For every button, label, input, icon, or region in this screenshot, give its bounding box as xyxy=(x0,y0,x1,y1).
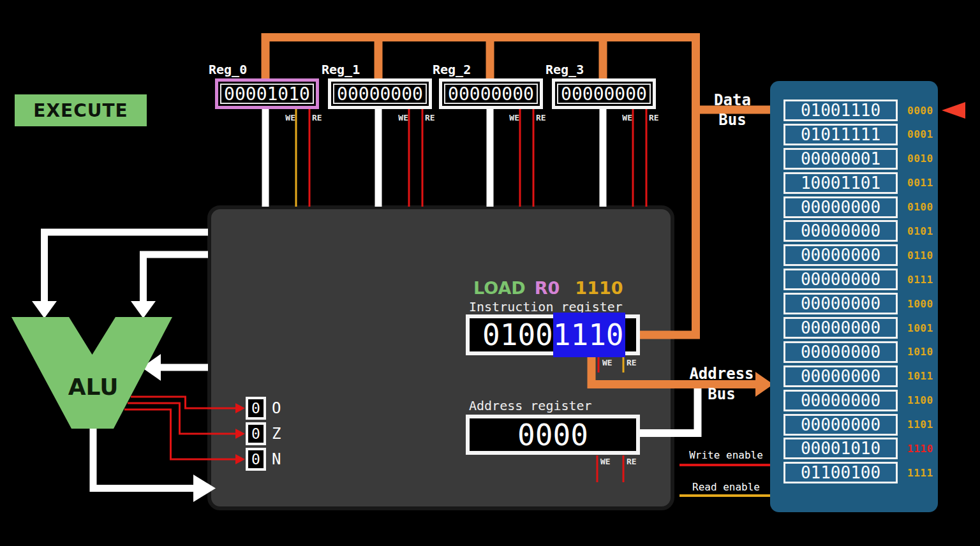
flag-zero: 0 Z xyxy=(246,422,281,445)
memory-panel: 01001110 0000 01011111 0001 00000001 001… xyxy=(770,81,938,512)
memory-row: 00000000 1010 xyxy=(783,341,937,363)
register-reg2: Reg_2 00000000 WE RE xyxy=(439,62,543,109)
ar-we-label: WE xyxy=(600,457,611,466)
memory-row: 00000000 1011 xyxy=(783,365,937,387)
memory-cell-value[interactable]: 00000000 xyxy=(783,317,898,339)
memory-cell-value[interactable]: 01011111 xyxy=(783,124,898,145)
reg3-value-box[interactable]: 00000000 xyxy=(552,78,656,109)
memory-address: 0000 xyxy=(907,105,937,117)
read-enable-label: Read enable xyxy=(681,481,771,493)
memory-row: 00000000 0100 xyxy=(783,196,937,218)
memory-cell-value[interactable]: 00000000 xyxy=(783,390,898,411)
memory-cell-value[interactable]: 00000000 xyxy=(783,269,898,290)
flag-n-label: N xyxy=(272,450,281,468)
alu-input-c-arrowhead xyxy=(142,354,161,381)
memory-row: 00000001 0010 xyxy=(783,148,937,170)
data-bus-label: Data Bus xyxy=(707,91,758,130)
memory-cell-value[interactable]: 00000000 xyxy=(783,196,898,218)
ir-operand-bits: 1110 xyxy=(553,318,624,352)
ir-we-label: WE xyxy=(602,358,612,367)
memory-cell-value[interactable]: 01001110 xyxy=(783,100,898,121)
memory-address: 1110 xyxy=(907,443,937,455)
flag-z-value: 0 xyxy=(251,425,260,442)
flag-z-value-box: 0 xyxy=(246,422,266,445)
address-register-box[interactable]: 0000 xyxy=(466,415,640,455)
memory-address: 1111 xyxy=(907,467,937,479)
memory-row: 00000000 1001 xyxy=(783,317,937,339)
reg1-re-label: RE xyxy=(425,113,446,122)
memory-row: 01001110 0000 xyxy=(783,100,937,121)
reg1-we-label: WE xyxy=(389,113,408,122)
decoded-opcode: LOAD xyxy=(473,278,526,298)
address-bus-label-line1: Address xyxy=(687,365,757,383)
ir-re-label: RE xyxy=(627,358,637,367)
memory-row: 00000000 1000 xyxy=(783,293,937,314)
memory-row: 01011111 0001 xyxy=(783,124,937,145)
reg2-re-label: RE xyxy=(536,113,557,122)
alu-output-wire xyxy=(93,427,193,489)
data-bus-label-line1: Data xyxy=(707,91,758,110)
reg2-value-box[interactable]: 00000000 xyxy=(439,78,543,109)
memory-address: 1100 xyxy=(907,394,937,406)
reg1-value-box[interactable]: 00000000 xyxy=(328,78,432,109)
flag-overflow: 0 O xyxy=(246,397,281,420)
memory-row: 00000000 0101 xyxy=(783,220,937,242)
execute-button[interactable]: EXECUTE xyxy=(15,94,147,126)
memory-cell-value[interactable]: 00000000 xyxy=(783,414,898,436)
flag-o-label: O xyxy=(272,399,281,417)
memory-address: 0010 xyxy=(907,152,937,165)
decoded-operand: 1110 xyxy=(575,278,623,298)
memory-cell-value[interactable]: 00000000 xyxy=(783,244,898,266)
decoded-register: R0 xyxy=(535,278,560,298)
flag-n-value: 0 xyxy=(251,451,260,468)
flag-n-value-box: 0 xyxy=(246,448,266,471)
flag-o-value-box: 0 xyxy=(246,397,266,420)
address-register-label: Address register xyxy=(469,398,592,413)
reg2-value: 00000000 xyxy=(444,84,538,104)
reg1-label: Reg_1 xyxy=(322,62,432,76)
register-reg3: Reg_3 00000000 WE RE xyxy=(552,62,656,109)
alu-input-a-wire xyxy=(45,232,209,302)
memory-rows: 01001110 0000 01011111 0001 00000001 001… xyxy=(783,100,937,483)
memory-address: 1001 xyxy=(907,322,937,334)
reg3-we-label: WE xyxy=(612,113,632,122)
reg0-re-label: RE xyxy=(312,113,333,122)
memory-cell-value[interactable]: 00000000 xyxy=(783,341,898,363)
reg3-value: 00000000 xyxy=(557,84,651,104)
ir-opcode-bits: 0100 xyxy=(482,318,553,352)
memory-pointer-arrow xyxy=(942,102,965,119)
memory-address: 0011 xyxy=(907,177,937,189)
memory-row: 00001010 1110 xyxy=(783,438,937,459)
flag-o-value: 0 xyxy=(251,400,260,417)
reg0-value: 00001010 xyxy=(220,84,314,104)
memory-row: 00000000 0110 xyxy=(783,244,937,266)
reg0-value-box[interactable]: 00001010 xyxy=(215,78,319,109)
alu-shape xyxy=(11,317,172,429)
memory-cell-value[interactable]: 00000000 xyxy=(783,365,898,387)
reg3-re-label: RE xyxy=(649,113,670,122)
memory-row: 00000000 0111 xyxy=(783,269,937,290)
memory-cell-value[interactable]: 10001101 xyxy=(783,172,898,194)
memory-address: 0001 xyxy=(907,128,937,140)
instruction-register-box[interactable]: 01001110 xyxy=(466,314,640,355)
memory-address: 0110 xyxy=(907,249,937,262)
flag-negative: 0 N xyxy=(246,448,281,471)
memory-address: 1101 xyxy=(907,418,937,431)
memory-row: 00000000 1100 xyxy=(783,390,937,411)
memory-cell-value[interactable]: 00000000 xyxy=(783,220,898,242)
ir-value: 01001110 xyxy=(482,318,624,351)
register-reg0: Reg_0 00001010 WE RE xyxy=(215,62,319,109)
reg2-label: Reg_2 xyxy=(433,62,543,76)
memory-cell-value[interactable]: 00000000 xyxy=(783,293,898,314)
memory-cell-value[interactable]: 00000001 xyxy=(783,148,898,170)
memory-address: 1000 xyxy=(907,298,937,310)
memory-address: 0100 xyxy=(907,201,937,213)
memory-cell-value[interactable]: 01100100 xyxy=(783,462,898,483)
memory-address: 1011 xyxy=(907,370,937,382)
memory-cell-value[interactable]: 00001010 xyxy=(783,438,898,459)
flag-z-label: Z xyxy=(272,425,281,443)
ar-re-label: RE xyxy=(627,457,637,466)
alu-input-b-arrowhead xyxy=(131,301,156,318)
reg1-value: 00000000 xyxy=(333,84,427,104)
reg2-we-label: WE xyxy=(500,113,519,122)
